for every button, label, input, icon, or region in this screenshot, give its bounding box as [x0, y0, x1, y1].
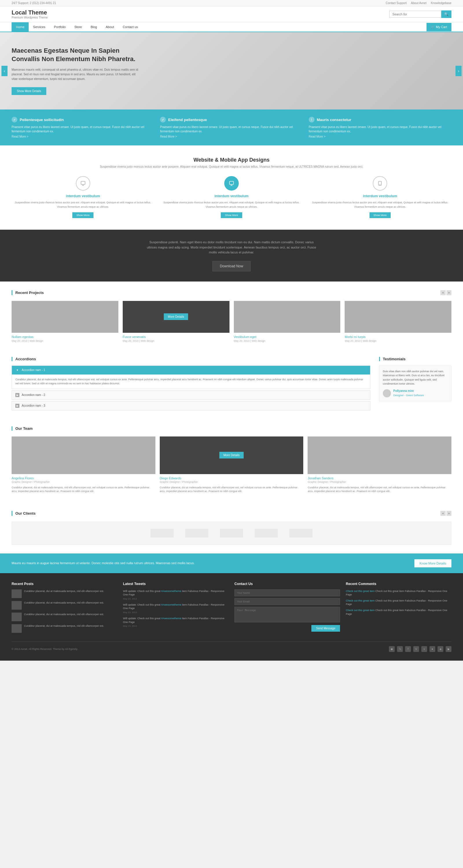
cta-banner: Mauris eu mauris in augue lacinia fermen… — [0, 554, 463, 573]
youtube-icon[interactable]: ▶ — [445, 646, 452, 652]
team-card-3: Jonathan Sanders Graphic Designer / Phot… — [308, 436, 452, 494]
footer-tweet-3: Will update: Check out this great #Aweso… — [123, 617, 229, 627]
footer-post-1: Curabitur placerat, dui at malesuada tem… — [11, 589, 117, 598]
feature-text-3: Praesent vitae purus eu libero laoreet o… — [309, 125, 452, 133]
cart-button[interactable]: 🛒 My Cart — [427, 23, 452, 31]
service-item-title-2: interdum vestibulum — [160, 194, 303, 198]
feature-link-2[interactable]: Read More > — [160, 135, 303, 138]
testimonial-box: Duis vitae diam non nibh auctor pulvinar… — [379, 366, 452, 401]
project-card-3: Vestibulum eget May 20, 2013 | Web desig… — [234, 301, 340, 342]
send-message-button[interactable]: Send Message — [311, 625, 340, 632]
nav-about[interactable]: About — [101, 22, 118, 32]
accordion-item-1: ▼ Accordion nam - 1 Curabitur placerat, … — [11, 366, 370, 389]
feature-title-1: ✓ Pellentesque sollicitudin — [11, 117, 154, 123]
service-item-title-1: interdum vestibulum — [11, 194, 154, 198]
nav-store[interactable]: Store — [70, 22, 86, 32]
project-image-1 — [11, 301, 118, 333]
tweet-link-1[interactable]: #Awesometheme — [161, 590, 181, 593]
services-title: Website & Mobile App Designs — [11, 157, 452, 163]
dribbble-icon[interactable]: ◈ — [437, 646, 443, 652]
service-item-text-3: Suspendisse viverra justo rhoncus lectus… — [309, 200, 452, 209]
services-subtitle: Suspendisse viverra justo moncus lectus … — [11, 164, 452, 169]
team-image-2: More Details — [160, 436, 303, 474]
clients-prev-button[interactable]: ‹ — [440, 511, 445, 516]
rss-icon[interactable]: ◉ — [389, 646, 395, 652]
contact-email-input[interactable] — [234, 598, 340, 605]
knowledgebase-link[interactable]: Knowledgebase — [431, 1, 452, 5]
download-now-button[interactable]: Download Now — [212, 261, 251, 271]
project-more-button-2[interactable]: More Details — [164, 313, 188, 320]
twitter-icon[interactable]: 𝕏 — [397, 646, 403, 652]
project-meta-4: May 20, 2013 | Web design — [345, 339, 452, 342]
project-card-4: Morbi mi turpis May 20, 2013 | Web desig… — [345, 301, 452, 342]
nav-contact[interactable]: Contact us — [118, 22, 142, 32]
clients-next-button[interactable]: › — [447, 511, 452, 516]
footer-grid: Recent Posts Curabitur placerat, dui at … — [11, 582, 452, 636]
nav-blog[interactable]: Blog — [86, 22, 101, 32]
testimonial-text: Duis vitae diam non nibh auctor pulvinar… — [383, 369, 448, 386]
navigation: Home Services Portfolio Store Blog About… — [0, 22, 463, 32]
service-item-3: interdum vestibulum Suspendisse viverra … — [309, 176, 452, 218]
feature-item-2: ✓ Eleifend pellentesque Praesent vitae p… — [160, 117, 303, 138]
projects-next-button[interactable]: › — [447, 290, 452, 295]
vimeo-icon[interactable]: V — [413, 646, 419, 652]
comment-link-1[interactable]: Check out this great item — [346, 590, 375, 593]
nav-portfolio[interactable]: Portfolio — [50, 22, 70, 32]
feature-link-3[interactable]: Read More > — [309, 135, 452, 138]
footer-tweets: Latest Tweets Will update: Check out thi… — [123, 582, 229, 636]
service-show-more-1[interactable]: Show More — [72, 212, 94, 218]
vine-icon[interactable]: v — [421, 646, 427, 652]
footer-tweet-text-3: Will update: Check out this great #Aweso… — [123, 617, 229, 624]
project-image-3 — [234, 301, 340, 333]
search-button[interactable]: 🔍 — [441, 10, 452, 18]
service-show-more-3[interactable]: Show More — [369, 212, 391, 218]
accordion-header-1[interactable]: ▼ Accordion nam - 1 — [12, 366, 370, 374]
contact-name-input[interactable] — [234, 589, 340, 596]
services-section: Website & Mobile App Designs Suspendisse… — [0, 145, 463, 230]
comment-link-2[interactable]: Check out this great item — [346, 599, 375, 602]
comment-link-3[interactable]: Check out this great item — [346, 609, 375, 612]
clients-label: Our Clients ‹ › — [11, 511, 452, 516]
svg-rect-0 — [81, 181, 85, 185]
team-card-2: More Details Diego Edwards Graphic Desig… — [160, 436, 303, 494]
team-text-3: Curabitur placerat, dui at malesuada tem… — [308, 486, 452, 494]
projects-label: Recent Projects ‹ › — [11, 290, 452, 295]
accordion-header-2[interactable]: ▶ Accordion nam - 2 — [12, 391, 370, 399]
service-show-more-2[interactable]: Show More — [221, 212, 242, 218]
team-more-button-2[interactable]: More Details — [219, 452, 244, 459]
tweet-link-2[interactable]: #Awesometheme — [161, 603, 181, 606]
feature-item-3: ! Mauris consectetur Praesent vitae puru… — [309, 117, 452, 138]
about-link[interactable]: About Avnet — [411, 1, 427, 5]
team-image-1 — [11, 436, 155, 474]
services-grid: interdum vestibulum Suspendisse viverra … — [11, 176, 452, 218]
nav-services[interactable]: Services — [29, 22, 49, 32]
nav-home[interactable]: Home — [11, 22, 29, 32]
footer-comment-3: Check out this great item Check out this… — [346, 609, 452, 616]
accordion-indicator-3: ▶ — [15, 404, 20, 408]
accordion-header-3[interactable]: ▶ Accordion nam - 3 — [12, 401, 370, 410]
search-input[interactable] — [389, 11, 441, 18]
feature-icon-3: ! — [309, 117, 315, 123]
flickr-icon[interactable]: ● — [429, 646, 435, 652]
projects-prev-button[interactable]: ‹ — [440, 290, 445, 295]
hero-text: Maecenas mauris velit, consequat sit ame… — [11, 67, 142, 82]
accordion-indicator-2: ▶ — [15, 393, 20, 397]
dark-cta-section: Suspendisse potenti. Nam eget libero eu … — [0, 230, 463, 281]
contact-message-input[interactable] — [234, 607, 340, 622]
hero-prev-button[interactable]: ‹ — [1, 66, 7, 76]
footer-comment-text-2: Check out this great item Check out this… — [346, 599, 452, 606]
hero-next-button[interactable]: › — [456, 66, 462, 76]
tweet-link-3[interactable]: #Awesometheme — [161, 617, 181, 620]
accordion-indicator-1: ▼ — [15, 368, 20, 372]
hero-cta-button[interactable]: Show More Details — [11, 87, 46, 95]
feature-link-1[interactable]: Read More > — [11, 135, 154, 138]
project-meta-3: May 20, 2013 | Web design — [234, 339, 340, 342]
tweet-date-1: May 23, 2013 — [123, 597, 229, 600]
cta-banner-button[interactable]: Know More Details — [415, 559, 452, 567]
cta-banner-text: Mauris eu mauris in augue lacinia fermen… — [11, 561, 195, 566]
project-title-2: Fusce venenatis — [123, 335, 229, 339]
footer-tweet-text-2: Will update: Check out this great #Aweso… — [123, 603, 229, 610]
facebook-icon[interactable]: f — [405, 646, 411, 652]
accordion-item-3: ▶ Accordion nam - 3 — [11, 401, 370, 410]
contact-support-link[interactable]: Contact Support — [386, 1, 406, 5]
